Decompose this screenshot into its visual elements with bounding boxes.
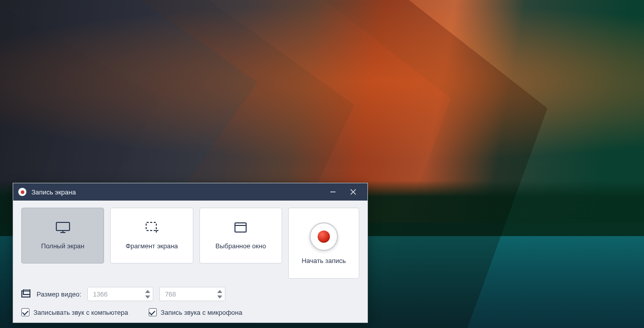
checkbox-icon <box>21 308 29 316</box>
height-step-down[interactable] <box>217 294 223 299</box>
screen-recorder-window: Запись экрана Полный экран <box>13 183 368 323</box>
video-size-label: Размер видео: <box>37 290 81 298</box>
record-system-audio-label: Записывать звук с компьютера <box>33 309 128 316</box>
minimize-button[interactable] <box>323 183 343 201</box>
record-mic-audio-checkbox[interactable]: Запись звука с микрофона <box>149 308 243 316</box>
app-window-icon <box>233 221 248 235</box>
svg-rect-3 <box>56 222 70 231</box>
minimize-icon <box>330 189 336 195</box>
width-step-down[interactable] <box>145 294 151 299</box>
crop-selection-icon <box>144 221 159 235</box>
mode-fragment-label: Фрагмент экрана <box>125 242 178 250</box>
window-body: Полный экран Фрагмент экрана Выбранное о… <box>13 201 367 322</box>
mode-fullscreen-label: Полный экран <box>41 242 84 250</box>
video-height-input[interactable]: 768 <box>159 287 225 301</box>
mode-fragment-button[interactable]: Фрагмент экрана <box>110 208 193 264</box>
aspect-ratio-icon <box>21 289 30 299</box>
video-width-input[interactable]: 1366 <box>87 287 153 301</box>
svg-rect-9 <box>235 223 246 232</box>
start-record-button[interactable]: Начать запись <box>288 208 359 279</box>
mode-window-button[interactable]: Выбранное окно <box>199 208 282 264</box>
audio-options-row: Записывать звук с компьютера Запись звук… <box>21 308 359 316</box>
svg-rect-6 <box>146 222 156 231</box>
record-mic-audio-label: Запись звука с микрофона <box>161 309 243 316</box>
width-stepper <box>145 289 151 299</box>
mode-fullscreen-button[interactable]: Полный экран <box>21 208 104 264</box>
svg-marker-13 <box>145 290 150 293</box>
titlebar[interactable]: Запись экрана <box>13 183 367 201</box>
mode-window-label: Выбранное окно <box>215 242 266 250</box>
svg-rect-12 <box>23 289 30 294</box>
svg-marker-14 <box>145 296 150 299</box>
start-record-label: Начать запись <box>301 257 346 265</box>
top-row: Полный экран Фрагмент экрана Выбранное о… <box>21 208 359 279</box>
checkbox-icon <box>149 308 157 316</box>
video-size-row: Размер видео: 1366 768 <box>21 287 359 301</box>
video-height-value: 768 <box>165 290 176 298</box>
window-title: Запись экрана <box>31 188 76 196</box>
video-width-value: 1366 <box>93 290 108 298</box>
window-controls <box>323 183 363 201</box>
close-button[interactable] <box>343 183 363 201</box>
svg-marker-15 <box>217 290 222 293</box>
capture-mode-group: Полный экран Фрагмент экрана Выбранное о… <box>21 208 282 279</box>
svg-marker-16 <box>217 296 222 299</box>
height-step-up[interactable] <box>217 289 223 293</box>
monitor-icon <box>55 221 71 235</box>
app-record-icon <box>18 188 26 196</box>
close-icon <box>350 189 356 195</box>
record-icon <box>310 222 338 251</box>
height-stepper <box>217 289 223 299</box>
record-system-audio-checkbox[interactable]: Записывать звук с компьютера <box>21 308 128 316</box>
width-step-up[interactable] <box>145 289 151 293</box>
